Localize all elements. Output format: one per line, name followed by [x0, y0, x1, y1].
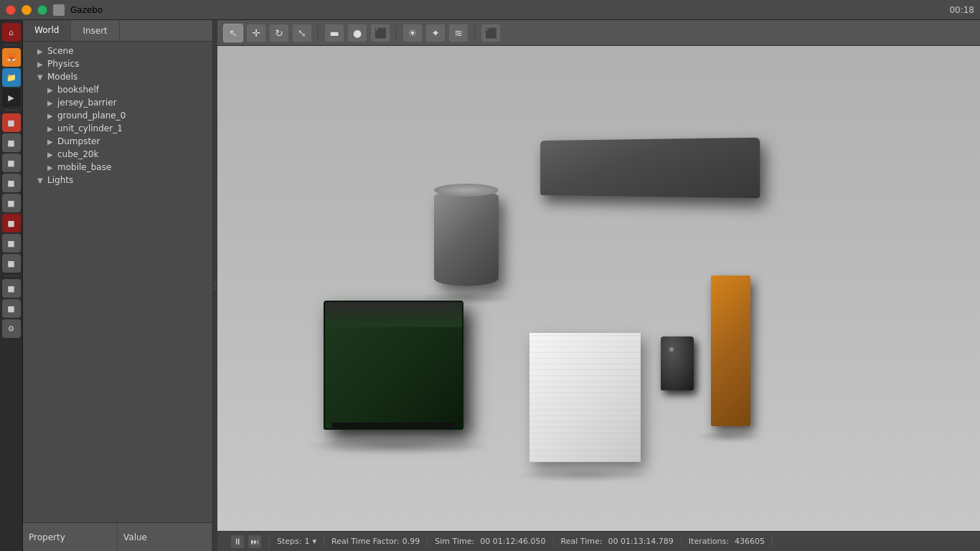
- tab-insert[interactable]: Insert: [71, 20, 119, 41]
- launcher-app1[interactable]: ■: [2, 113, 21, 132]
- launcher-app8[interactable]: ■: [2, 254, 21, 273]
- cube-shadow: [515, 468, 651, 482]
- launcher-settings[interactable]: ⚙: [2, 319, 21, 338]
- maximize-button[interactable]: [37, 5, 47, 15]
- toolbar-sep3: [474, 26, 475, 40]
- property-panel: Property Value: [23, 522, 212, 551]
- tree-physics[interactable]: ▶ Physics: [23, 57, 212, 70]
- viewport[interactable]: ↖ ✛ ↻ ⤡ ▬ ● ⬛ ☀ ✦ ≋ ⬛: [217, 20, 980, 551]
- pause-button[interactable]: ⏸: [230, 534, 245, 549]
- sphere-tool-button[interactable]: ●: [347, 24, 367, 42]
- toolbar-sep2: [396, 26, 397, 40]
- iterations-value: 436605: [735, 537, 765, 546]
- tree-container[interactable]: ▶ Scene ▶ Physics ▼ Models ▶ bookshelf: [23, 42, 212, 522]
- arrow-cube: ▶: [47, 151, 55, 159]
- launcher-app3[interactable]: ■: [2, 154, 21, 172]
- realtime-value: 00 01:13:14.789: [608, 537, 673, 546]
- tab-world[interactable]: World: [23, 20, 71, 41]
- launcher-app5[interactable]: ■: [2, 194, 21, 212]
- tree-unit-cylinder[interactable]: ▶ unit_cylinder_1: [23, 122, 212, 135]
- steps-value: 1: [304, 537, 309, 546]
- titlebar-time: 00:18: [949, 5, 974, 15]
- scale-tool-button[interactable]: ⤡: [292, 24, 312, 42]
- launcher-terminal[interactable]: ▶: [2, 88, 21, 107]
- launcher-divider: [4, 44, 19, 45]
- launcher-home[interactable]: ⌂: [2, 23, 21, 42]
- sun-dir-tool-button[interactable]: ✦: [425, 24, 446, 42]
- mobile-base-object: [661, 336, 694, 390]
- scene-3d[interactable]: [217, 46, 980, 551]
- tree-bookshelf[interactable]: ▶ bookshelf: [23, 83, 212, 96]
- dumpster-lid: [325, 302, 462, 327]
- toolbar-row: ↖ ✛ ↻ ⤡ ▬ ● ⬛ ☀ ✦ ≋ ⬛: [217, 20, 980, 46]
- left-panel: World Insert ▶ Scene ▶ Physics: [23, 20, 213, 551]
- value-col-header: Value: [118, 523, 212, 551]
- box-tool-button[interactable]: ▬: [324, 24, 344, 42]
- arrow-dumpster: ▶: [47, 138, 55, 146]
- launcher-app10[interactable]: ■: [2, 299, 21, 318]
- arrow-physics: ▶: [37, 60, 44, 68]
- panel-tabs: World Insert: [23, 20, 212, 42]
- select-tool-button[interactable]: ↖: [223, 24, 243, 42]
- dumpster-object: [324, 301, 463, 430]
- cylinder-tool-button[interactable]: ⬛: [370, 24, 390, 42]
- launcher-firefox[interactable]: 🦊: [2, 48, 21, 67]
- simtime-value: 00 01:12:46.050: [480, 537, 545, 546]
- toolbar-sep1: [318, 26, 319, 40]
- launcher-app6[interactable]: ■: [2, 214, 21, 232]
- dumpster-base: [332, 423, 455, 428]
- dumpster-shadow: [303, 437, 490, 455]
- tree-ground-plane[interactable]: ▶ ground_plane_0: [23, 109, 212, 122]
- tree-models[interactable]: ▼ Models: [23, 70, 212, 83]
- titlebar: Gazebo 00:18: [0, 0, 980, 20]
- tree-mobile-base[interactable]: ▶ mobile_base: [23, 161, 212, 174]
- realtime-label: Real Time:: [561, 537, 603, 546]
- step-button[interactable]: ⏭: [248, 534, 262, 549]
- titlebar-title: Gazebo: [70, 5, 103, 15]
- statusbar: ⏸ ⏭ Steps: 1 ▾ Real Time Factor: 0.99 Si…: [217, 531, 980, 551]
- tree-jersey-barrier[interactable]: ▶ jersey_barrier: [23, 96, 212, 109]
- cylinder-shadow: [420, 291, 513, 304]
- launcher-app9[interactable]: ■: [2, 279, 21, 298]
- rotate-tool-button[interactable]: ↻: [269, 24, 289, 42]
- bookshelf-object: [711, 276, 750, 426]
- arrow-lights: ▼: [37, 176, 44, 184]
- screenshot-button[interactable]: ⬛: [481, 24, 501, 42]
- arrow-ground: ▶: [47, 112, 55, 120]
- arrow-scene: ▶: [37, 47, 44, 55]
- tree-lights[interactable]: ▼ Lights: [23, 174, 212, 187]
- property-col-header: Property: [23, 523, 118, 551]
- translate-tool-button[interactable]: ✛: [246, 24, 266, 42]
- rtf-label: Real Time Factor:: [331, 537, 400, 546]
- tree-cube[interactable]: ▶ cube_20k: [23, 148, 212, 161]
- arrow-models: ▼: [37, 73, 44, 81]
- launcher-app4[interactable]: ■: [2, 174, 21, 192]
- simtime-section: Sim Time: 00 01:12:46.050: [428, 537, 553, 546]
- realtime-section: Real Time: 00 01:13:14.789: [554, 537, 682, 546]
- launcher-divider3: [4, 276, 19, 276]
- arrow-mobile: ▶: [47, 164, 55, 171]
- sun-tool-button[interactable]: ☀: [402, 24, 423, 42]
- cube-lines: [529, 333, 641, 462]
- simtime-label: Sim Time:: [435, 537, 474, 546]
- main-layout: ⌂ 🦊 📁 ▶ ■ ■ ■ ■ ■ ■ ■ ■ ■ ■ ⚙ World: [0, 20, 980, 551]
- steps-label: Steps:: [277, 537, 301, 546]
- iterations-label: Iterations:: [689, 537, 729, 546]
- steps-dropdown[interactable]: ▾: [312, 537, 316, 546]
- arrow-bookshelf: ▶: [47, 86, 55, 94]
- launcher-app7[interactable]: ■: [2, 234, 21, 253]
- content-row: World Insert ▶ Scene ▶ Physics: [23, 20, 980, 551]
- launcher-divider2: [4, 110, 19, 110]
- jersey-barrier-object: [540, 138, 760, 199]
- launcher-app2[interactable]: ■: [2, 133, 21, 152]
- launcher-files[interactable]: 📁: [2, 68, 21, 87]
- arrow-cylinder: ▶: [47, 125, 55, 133]
- rtf-value: 0.99: [402, 537, 420, 546]
- tree-scene[interactable]: ▶ Scene: [23, 44, 212, 57]
- bookshelf-shadow: [697, 430, 761, 443]
- close-button[interactable]: [6, 5, 16, 15]
- cube-object: [529, 333, 641, 462]
- tree-dumpster[interactable]: ▶ Dumpster: [23, 135, 212, 148]
- minimize-button[interactable]: [22, 5, 32, 15]
- grid-tool-button[interactable]: ≋: [448, 24, 468, 42]
